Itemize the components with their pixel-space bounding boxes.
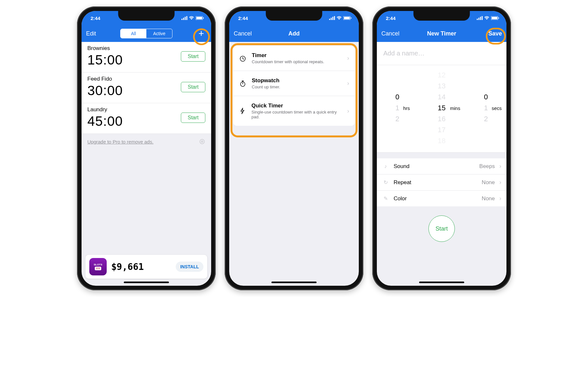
time-picker[interactable]: . . 0 1 2 hrs 12 13 14 15 16 17 18 mins: [377, 65, 506, 153]
setting-repeat[interactable]: ↻ Repeat None ›: [377, 174, 506, 191]
svg-rect-26: [482, 16, 483, 20]
screen-2: 2:44 Cancel Add TimerCountdown timer wit…: [229, 11, 359, 286]
phone-1: 2:44 Edit All Active + Brownies15:00 Sta…: [77, 6, 216, 290]
svg-rect-5: [196, 17, 202, 19]
wifi-icon: [337, 16, 342, 20]
upgrade-row[interactable]: Upgrade to Pro to remove ads.: [82, 134, 211, 149]
timer-name: Brownies: [87, 45, 123, 52]
repeat-icon: ↻: [382, 179, 389, 185]
timer-icon: [239, 55, 247, 62]
start-button[interactable]: Start: [428, 215, 455, 242]
svg-rect-2: [185, 17, 186, 20]
svg-rect-3: [186, 16, 187, 20]
notch: [266, 11, 322, 21]
svg-rect-1: [183, 18, 184, 20]
navbar: Cancel Add: [229, 25, 359, 42]
seg-active[interactable]: Active: [146, 29, 172, 38]
chevron-right-icon: ›: [347, 108, 349, 114]
gear-icon[interactable]: [199, 138, 205, 145]
svg-rect-20: [242, 81, 244, 81]
start-button[interactable]: Start: [181, 51, 205, 62]
signal-icon: [329, 16, 335, 20]
hours-column[interactable]: . . 0 1 2 hrs: [381, 70, 414, 146]
paint-icon: ✎: [382, 195, 389, 202]
timer-row[interactable]: Feed Fido30:00 Start: [82, 73, 211, 103]
mins-label: mins: [450, 105, 460, 111]
options-card: TimerCountdown timer with optional repea…: [233, 46, 355, 126]
timer-time: 45:00: [87, 114, 123, 129]
cancel-button[interactable]: Cancel: [381, 30, 404, 37]
start-button[interactable]: Start: [181, 113, 205, 123]
svg-rect-24: [478, 18, 479, 20]
chevron-right-icon: ›: [499, 163, 501, 170]
wifi-icon: [189, 16, 194, 20]
option-timer[interactable]: TimerCountdown timer with optional repea…: [233, 46, 355, 71]
highlight-add: [193, 28, 210, 45]
home-indicator[interactable]: [124, 282, 169, 283]
timer-name: Feed Fido: [87, 76, 123, 82]
battery-icon: [491, 16, 499, 20]
stopwatch-icon: [239, 80, 247, 87]
svg-point-7: [200, 139, 204, 144]
minutes-column[interactable]: 12 13 14 15 16 17 18 mins: [422, 70, 461, 146]
signal-icon: [477, 16, 483, 20]
timer-row[interactable]: Laundry45:00 Start: [82, 103, 211, 134]
seg-all[interactable]: All: [121, 29, 146, 38]
svg-rect-14: [344, 17, 350, 19]
svg-line-18: [243, 59, 244, 59]
signal-icon: [181, 16, 187, 20]
status-right: [329, 16, 352, 20]
ad-banner[interactable]: SLOTS777 $9,661 INSTALL: [85, 255, 207, 279]
option-stopwatch[interactable]: StopwatchCount up timer. ›: [233, 71, 355, 96]
ad-price: $9,661: [111, 262, 171, 272]
status-right: [477, 16, 499, 20]
svg-rect-0: [181, 19, 182, 20]
seconds-column[interactable]: . . 0 1 2 secs: [470, 70, 502, 146]
nav-title: Add: [289, 30, 300, 37]
svg-rect-15: [351, 17, 351, 19]
notch: [414, 11, 470, 21]
wifi-icon: [484, 16, 489, 20]
music-note-icon: ♪: [382, 164, 389, 169]
navbar: Edit All Active +: [82, 25, 211, 42]
svg-rect-25: [480, 17, 481, 20]
phone-3: 2:44 Cancel New Timer Save . . 0 1 2: [372, 6, 511, 290]
install-button[interactable]: INSTALL: [176, 262, 203, 272]
hrs-label: hrs: [403, 105, 410, 111]
settings-list: ♪ Sound Beeps › ↻ Repeat None › ✎ Color …: [377, 158, 506, 206]
nav-title: New Timer: [427, 30, 456, 37]
svg-rect-12: [334, 16, 335, 20]
battery-icon: [343, 16, 352, 20]
segmented-control[interactable]: All Active: [120, 29, 172, 38]
timer-name: Laundry: [87, 106, 123, 113]
content: . . 0 1 2 hrs 12 13 14 15 16 17 18 mins: [377, 42, 506, 286]
option-quicktimer[interactable]: Quick TimerSingle-use countdown timer wi…: [233, 96, 355, 126]
upgrade-text: Upgrade to Pro to remove ads.: [87, 139, 153, 144]
chevron-right-icon: ›: [499, 179, 501, 186]
highlight-save: [486, 28, 506, 45]
home-indicator[interactable]: [419, 282, 464, 283]
screen-1: 2:44 Edit All Active + Brownies15:00 Sta…: [82, 11, 211, 286]
edit-button[interactable]: Edit: [86, 30, 109, 37]
option-sub: Countdown timer with optional repeats.: [252, 59, 324, 64]
setting-sound[interactable]: ♪ Sound Beeps ›: [377, 158, 506, 174]
svg-rect-28: [492, 17, 497, 19]
secs-label: secs: [492, 105, 502, 111]
option-title: Stopwatch: [252, 77, 280, 84]
cancel-button[interactable]: Cancel: [234, 30, 256, 37]
content: TimerCountdown timer with optional repea…: [229, 42, 359, 286]
bolt-icon: [239, 107, 246, 115]
svg-point-8: [201, 141, 203, 143]
start-button[interactable]: Start: [181, 82, 205, 92]
timer-row[interactable]: Brownies15:00 Start: [82, 42, 211, 73]
home-indicator[interactable]: [271, 282, 317, 283]
timer-list: Brownies15:00 Start Feed Fido30:00 Start…: [82, 42, 211, 134]
timer-time: 15:00: [87, 52, 123, 68]
status-time: 2:44: [238, 15, 248, 21]
setting-color[interactable]: ✎ Color None ›: [377, 191, 506, 206]
status-time: 2:44: [386, 15, 396, 21]
chevron-right-icon: ›: [347, 80, 349, 87]
svg-rect-23: [477, 19, 478, 20]
svg-rect-10: [331, 18, 332, 20]
timer-name-input[interactable]: [377, 42, 506, 65]
